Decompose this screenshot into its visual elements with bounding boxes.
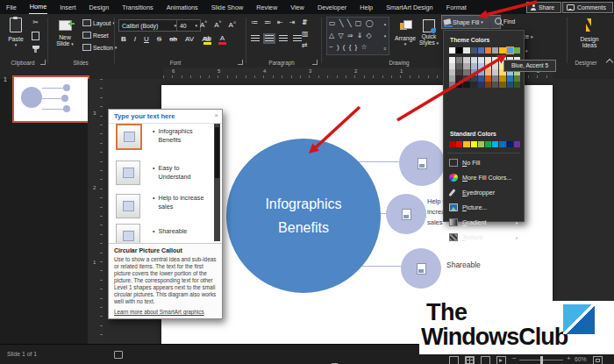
justify-button[interactable] [293, 35, 302, 42]
paragraph-extra-button-2[interactable]: ⇄ [302, 41, 309, 49]
notes-button[interactable]: Notes [332, 356, 357, 364]
quick-styles-button[interactable]: Quick Styles ▾ [418, 19, 439, 46]
paragraph-button-1[interactable]: ≕ [264, 18, 271, 26]
theme-variant-swatch[interactable] [463, 82, 469, 88]
learn-more-link[interactable]: Learn more about SmartArt graphics [114, 309, 204, 315]
paragraph-dialog-launcher[interactable] [312, 60, 318, 65]
text-pane-bullet[interactable]: •Shareable [153, 227, 209, 236]
theme-variant-swatch[interactable] [463, 75, 469, 82]
smartart-text-pane[interactable]: Type your text here × •Infographics Bene… [108, 109, 223, 319]
theme-color-swatch-orange-accent-2[interactable] [485, 47, 491, 54]
shapes-gallery[interactable]: ▭ ╲ ╲ ▢ ◯△ ▽ ⇒ ⇓ ◇~ ) ( { } ☆ [326, 17, 386, 55]
theme-variant-swatch[interactable] [485, 57, 491, 63]
font-name-combo[interactable]: Calibri (Body)▾ [118, 19, 180, 32]
theme-variant-swatch[interactable] [492, 69, 498, 75]
paragraph-extra-button-1[interactable]: ▥ [302, 30, 309, 38]
paragraph-button-0[interactable]: ≔ [251, 18, 258, 26]
tab-format[interactable]: Format [446, 1, 468, 14]
theme-variant-swatch[interactable] [449, 69, 455, 75]
slide-thumbnail[interactable] [12, 75, 89, 123]
theme-variant-swatch[interactable] [456, 63, 462, 69]
font-style-i-button[interactable]: I [132, 35, 138, 43]
theme-color-swatch-black-text-1[interactable] [456, 47, 462, 54]
tab-developer[interactable]: Developer [317, 1, 347, 14]
tab-transitions[interactable]: Transitions [121, 1, 154, 14]
reading-view-button[interactable] [481, 356, 490, 364]
fill-menu-item-picture[interactable]: Picture... [444, 200, 524, 215]
theme-color-swatch-white-background-1[interactable] [449, 47, 455, 54]
tab-smartart-design[interactable]: SmartArt Design [385, 1, 434, 14]
theme-variant-swatch[interactable] [471, 63, 477, 69]
tab-animations[interactable]: Animations [166, 1, 199, 14]
theme-variant-swatch[interactable] [478, 57, 484, 63]
zoom-in-button[interactable]: + [567, 354, 571, 362]
align-left-button[interactable] [251, 35, 260, 42]
theme-variant-swatch[interactable] [499, 75, 505, 82]
theme-variant-swatch[interactable] [449, 82, 455, 88]
format-painter-button[interactable] [32, 46, 39, 49]
fill-menu-item-more-fill-colors[interactable]: More Fill Colors... [444, 170, 524, 185]
theme-variant-swatch[interactable] [514, 82, 520, 88]
theme-variant-swatch[interactable] [449, 63, 455, 69]
theme-variant-swatch[interactable] [485, 63, 491, 69]
paragraph-extra-button-0[interactable]: ⇵ [302, 18, 309, 26]
tab-review[interactable]: Review [255, 1, 278, 14]
fill-menu-item-no-fill[interactable]: No Fill [444, 155, 524, 170]
standard-color-swatch[interactable] [449, 141, 455, 147]
text-pane-bullet[interactable]: •Easy to Understand [153, 164, 209, 181]
accessibility-icon[interactable] [114, 351, 123, 359]
font-style-s-button[interactable]: S [155, 35, 163, 43]
standard-color-swatch[interactable] [507, 141, 513, 147]
reset-button[interactable]: Reset [82, 32, 109, 39]
design-ideas-button[interactable]: Design Ideas [572, 18, 607, 48]
theme-variant-swatch[interactable] [485, 69, 491, 75]
font-style-ab-button[interactable]: ab [168, 35, 179, 43]
theme-variant-swatch[interactable] [463, 57, 469, 63]
zoom-level[interactable]: 60% [575, 356, 587, 362]
font-style-u-button[interactable]: U [142, 35, 151, 43]
theme-variant-swatch[interactable] [449, 57, 455, 63]
theme-variant-swatch[interactable] [449, 75, 455, 82]
share-button[interactable]: Share [526, 2, 561, 13]
theme-variant-swatch[interactable] [485, 75, 491, 82]
standard-color-swatch[interactable] [463, 141, 469, 147]
font-style-av-button[interactable]: AV [183, 35, 196, 43]
tab-help[interactable]: Help [359, 1, 374, 14]
standard-color-swatch[interactable] [492, 141, 498, 147]
tab-home[interactable]: Home [29, 0, 47, 15]
standard-color-swatch[interactable] [485, 141, 491, 147]
theme-color-swatch-blue-gray-text-2[interactable] [471, 47, 477, 54]
grow-font-button[interactable]: A˄ [198, 19, 209, 29]
standard-color-swatch[interactable] [456, 141, 462, 147]
theme-variant-swatch[interactable] [456, 57, 462, 63]
theme-color-swatch-blue-accent-5[interactable] [507, 47, 513, 54]
text-pane-scrollbar[interactable] [214, 124, 220, 241]
standard-color-swatch[interactable] [478, 141, 484, 147]
theme-variant-swatch[interactable] [471, 69, 477, 75]
theme-color-swatch-gray-accent-3[interactable] [492, 47, 498, 54]
font-dialog-launcher[interactable] [238, 60, 243, 65]
layout-button[interactable]: Layout▾ [82, 19, 115, 26]
theme-color-swatch-green-accent-6[interactable] [514, 47, 520, 54]
theme-variant-swatch[interactable] [463, 69, 469, 75]
standard-color-swatch[interactable] [499, 141, 505, 147]
smartart-main-circle[interactable]: Infographics Benefits [226, 139, 381, 293]
standard-color-swatch[interactable] [471, 141, 477, 147]
tab-view[interactable]: View [289, 1, 305, 14]
align-center-button[interactable] [265, 35, 274, 42]
comments-button[interactable]: Comments [562, 2, 613, 13]
theme-variant-swatch[interactable] [507, 75, 513, 82]
fill-menu-item-eyedropper[interactable]: Eyedropper [444, 185, 524, 200]
new-slide-button[interactable]: New Slide ▾ [51, 18, 79, 46]
theme-variant-swatch[interactable] [463, 63, 469, 69]
theme-variant-swatch[interactable] [514, 75, 520, 82]
clear-formatting-button[interactable]: A⌀ [227, 19, 238, 29]
tab-file[interactable]: File [5, 1, 18, 14]
tab-design[interactable]: Design [88, 1, 110, 14]
zoom-out-button[interactable]: − [512, 354, 517, 362]
theme-variant-swatch[interactable] [478, 82, 484, 88]
section-button[interactable]: Section▾ [82, 44, 117, 51]
theme-variant-swatch[interactable] [485, 82, 491, 88]
find-button[interactable]: Find [495, 18, 515, 25]
tab-insert[interactable]: Insert [59, 1, 76, 14]
